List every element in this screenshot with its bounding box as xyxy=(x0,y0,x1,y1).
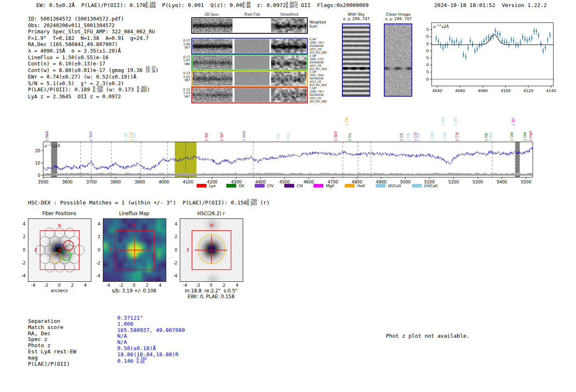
legend-label: (K)CaII xyxy=(388,183,401,188)
match-table-labels: SeparationMatch scoreRA, DecSpec zPhoto … xyxy=(28,318,76,367)
info-line-1: Obs: 20240206v011_5001304572 xyxy=(28,22,159,29)
col-header-pixelflat: Pixel Flat xyxy=(232,12,273,16)
fiber-row-1-meta: 1.28"(300, 572)20240206v011_02322_RU_063 xyxy=(309,54,328,71)
line-marker-CII: { CII xyxy=(399,133,404,141)
line-marker-OIII: { OIII xyxy=(453,117,458,126)
hsc-ytick-2: 2 xyxy=(169,234,177,239)
info-line-11: P(LAE)/P(OII): 0.189 0.3590.109 (w: 0.17… xyxy=(28,86,159,93)
info-line-12: LyA z = 2.3645 OII z = 0.0972 xyxy=(28,93,159,100)
lineflux-ytick-0: 0 xyxy=(92,247,100,252)
match-label-6: mag xyxy=(28,355,76,361)
line-marker-Hβ: { Hβ xyxy=(406,133,410,141)
hsc-ytick-0: 0 xyxy=(169,247,177,252)
line-marker-OIII: { OIII xyxy=(430,132,434,141)
spectrum-legend: LyαOIICIVCIIIMgIIHeII(K)CaII(H)CaII xyxy=(197,183,448,188)
legend-swatch xyxy=(314,184,323,188)
fiber-ytick--2: -2 xyxy=(17,260,26,265)
svg-text:4060: 4060 xyxy=(455,88,465,93)
match-label-3: Spec z xyxy=(28,336,76,343)
fiber-row-2-weights: 0.132.02387 xyxy=(181,72,190,82)
spectrum-unit-label: e−17x2Å xyxy=(44,143,60,148)
legend-item-(K)CaII: (K)CaII xyxy=(376,183,401,188)
legend-item-HeII: HeII xyxy=(345,183,365,188)
info-line-5: λ = 4090.15Å σ = 3.35(±1.29)Å xyxy=(28,48,159,54)
fiber-positions-plot xyxy=(28,218,91,282)
info-line-0: ID: 5001304572 (5001304572.pdf) xyxy=(28,16,159,22)
fiber-xtick--4: -4 xyxy=(29,283,37,288)
fiber-row-2-meta: 1.19"(301, 563)20240206v011_01322_RU_062 xyxy=(309,70,328,87)
weighted-2dspec-image xyxy=(193,19,232,32)
match-value-7: 0.146 0.2840.08 xyxy=(117,358,185,364)
lineflux-sb-label: s/b: 3.19 +/- 0.106 xyxy=(97,288,172,294)
line-marker-OIII: { OIII xyxy=(523,132,527,141)
svg-text:3700: 3700 xyxy=(86,180,97,184)
svg-text:4080: 4080 xyxy=(478,88,488,93)
legend-item-MgII: MgII xyxy=(314,183,334,188)
match-label-1: Match score xyxy=(28,325,76,331)
hsc-cutout-plot xyxy=(180,218,243,282)
fiber-row-0-weights: 0.271.99367 xyxy=(181,39,190,50)
hsc-ewr-label: EWr: 0, PLAE: 0.158 xyxy=(173,294,249,299)
line-marker-SiIV: { SiIV xyxy=(89,131,93,141)
timestamp-text: 2024-10-18 18:01:52 xyxy=(434,2,495,8)
fit-plot-unit-label: e−17x2Å xyxy=(433,24,449,29)
line-marker-Hβ: { Hβ xyxy=(416,133,420,141)
fiber-positions-title: Fiber Positions xyxy=(28,211,91,216)
line-marker-Hγ: { Hγ xyxy=(276,133,280,141)
svg-text:4140: 4140 xyxy=(546,88,556,93)
info-line-4: RA,Dec (165.580841,49.807007) xyxy=(28,41,159,48)
withsky-image xyxy=(343,24,369,96)
fiber-row-0 xyxy=(191,38,308,54)
cleanimage-image xyxy=(385,24,411,96)
fiber-xtick-4: 4 xyxy=(81,283,89,288)
line-marker-OIII: { OIII xyxy=(510,132,514,141)
line-marker-HeII: { HeII xyxy=(242,131,246,141)
fiber-row-2-pixelflat-image xyxy=(235,72,269,86)
svg-text:3900: 3900 xyxy=(135,180,145,184)
fiber-row-1 xyxy=(191,54,308,71)
line-marker-Hγ: { Hγ xyxy=(348,133,352,141)
svg-text:10.0: 10.0 xyxy=(426,49,429,53)
summary-header: EW: 0.5±0.2Å P(LAE)/P(OII): 0.1780.3460.… xyxy=(36,2,369,9)
match-label-4: Photo z xyxy=(28,343,76,349)
line-marker-SiII: { SiII xyxy=(220,132,224,141)
line-marker-Hβ: { Hβ xyxy=(484,133,488,141)
svg-text:5500: 5500 xyxy=(521,180,531,184)
line-marker-OIII: { OIII xyxy=(441,117,445,126)
info-line-7: Cont(n) = 6.10(±0.13)e-17 xyxy=(28,60,159,67)
lineflux-ytick-2: 2 xyxy=(92,234,100,239)
cleanimage-panel xyxy=(384,23,412,97)
weighted-smoothed-image xyxy=(271,19,307,32)
version-text: Version 1.22.2 xyxy=(502,2,547,8)
detection-info-block: ID: 5001304572 (5001304572.pdf)Obs: 2024… xyxy=(28,16,159,100)
fiber-row-1-pixelflat-image xyxy=(235,56,269,70)
match-value-3: N/A xyxy=(117,333,185,339)
svg-text:4100: 4100 xyxy=(183,180,193,184)
hsc-mag-label: m:18.8 re:2.2" s:0.5" xyxy=(173,288,249,294)
line-marker-OIII: { OIII xyxy=(443,132,447,141)
line-marker-OII: { OII xyxy=(124,133,128,141)
line-fit-plot: 0.02.55.07.510.012.515.017.5404040604080… xyxy=(426,19,566,95)
fiber-row-0-pixelflat-image xyxy=(235,39,269,53)
svg-text:12.5: 12.5 xyxy=(426,42,429,46)
legend-swatch xyxy=(376,184,386,188)
fiber-row-2-smoothed-image xyxy=(271,72,307,86)
svg-text:7.5: 7.5 xyxy=(426,56,429,60)
hsc-xtick-4: 4 xyxy=(233,283,241,288)
svg-text:4120: 4120 xyxy=(523,88,533,93)
legend-item-CIII: CIII xyxy=(284,183,303,188)
fiber-row-0-smoothed-image xyxy=(271,39,307,53)
svg-text:3500: 3500 xyxy=(38,180,48,184)
svg-text:17.5: 17.5 xyxy=(426,27,429,32)
info-line-6: LineFlux = 1.50(±0.55)e-16 xyxy=(28,54,159,61)
match-value-4: N/A xyxy=(117,339,185,346)
legend-swatch xyxy=(284,184,294,188)
info-line-2: Primary Spec_Slot_IFU_AMP: 322_084_062_R… xyxy=(28,28,159,35)
lineflux-ytick--2: -2 xyxy=(92,260,100,265)
svg-text:2.5: 2.5 xyxy=(426,70,429,74)
svg-text:4040: 4040 xyxy=(432,88,442,93)
match-label-7: P(LAE)/P(OII) xyxy=(28,361,76,367)
line-marker-NaI: { NaI xyxy=(489,132,493,141)
hsc-cutout-title: HSC(26.2) r xyxy=(180,211,242,216)
hsc-xtick-2: 2 xyxy=(220,283,228,288)
